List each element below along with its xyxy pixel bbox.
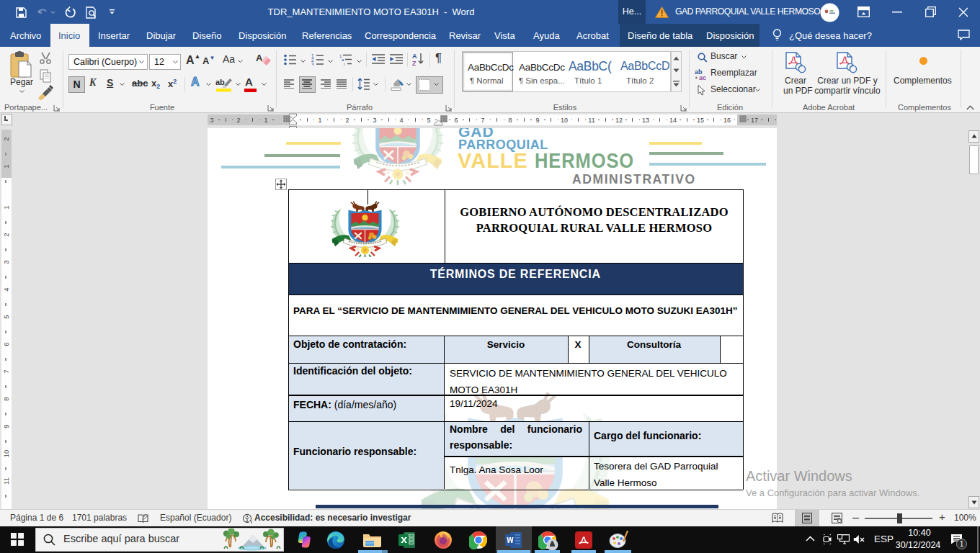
svg-text:A: A bbox=[412, 53, 417, 60]
svg-text:i: i bbox=[344, 62, 344, 66]
svg-text:3: 3 bbox=[311, 62, 314, 66]
svg-text:A: A bbox=[256, 53, 263, 63]
svg-text:Z: Z bbox=[412, 60, 416, 66]
svg-text:ac: ac bbox=[699, 74, 706, 81]
svg-text:ab: ab bbox=[215, 78, 225, 86]
